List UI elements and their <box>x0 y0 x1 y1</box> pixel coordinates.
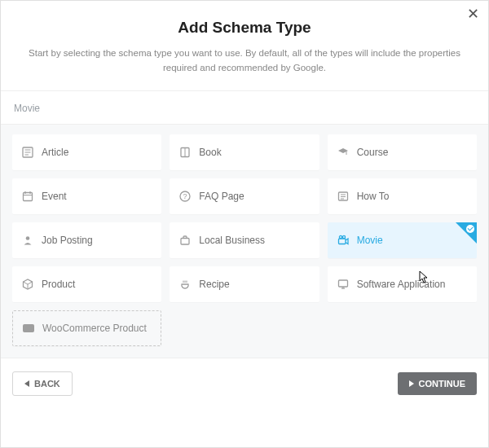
page-title: Add Schema Type <box>29 19 460 37</box>
schema-card-label: Software Application <box>357 279 446 290</box>
modal-footer: BACK CONTINUE <box>1 358 488 409</box>
back-button-label: BACK <box>34 379 60 389</box>
product-icon <box>22 279 33 290</box>
arrow-left-icon <box>24 380 29 387</box>
book-icon <box>179 147 191 158</box>
recipe-icon <box>179 279 191 290</box>
schema-card-label: Course <box>357 147 389 158</box>
schema-card-label: Book <box>199 147 221 158</box>
course-icon <box>337 147 349 158</box>
schema-card-recipe[interactable]: Recipe <box>170 266 319 302</box>
page-subtitle: Start by selecting the schema type you w… <box>29 46 460 76</box>
svg-point-21 <box>342 235 345 238</box>
schema-card-label: How To <box>357 191 390 202</box>
modal-header: Add Schema Type Start by selecting the s… <box>1 1 488 90</box>
schema-card-article[interactable]: Article <box>12 134 161 170</box>
woo-icon <box>23 323 34 334</box>
schema-card-label: Recipe <box>199 279 229 290</box>
schema-card-faq-page[interactable]: ?FAQ Page <box>170 178 319 214</box>
svg-rect-25 <box>338 280 347 287</box>
schema-card-job-posting[interactable]: Job Posting <box>12 222 161 258</box>
svg-rect-19 <box>338 239 346 244</box>
faq-icon: ? <box>179 191 191 202</box>
add-schema-modal: ✕ Add Schema Type Start by selecting the… <box>0 0 489 448</box>
movie-icon <box>337 235 349 246</box>
continue-button-label: CONTINUE <box>419 379 465 389</box>
back-button[interactable]: BACK <box>12 371 73 396</box>
schema-card-event[interactable]: Event <box>12 178 161 214</box>
howto-icon <box>337 191 349 202</box>
close-icon[interactable]: ✕ <box>464 3 482 24</box>
search-value[interactable]: Movie <box>1 91 488 124</box>
schema-grid-wrap: ArticleBookCourseEvent?FAQ PageHow ToJob… <box>1 125 488 358</box>
check-icon <box>466 225 474 233</box>
schema-card-label: WooCommerce Product <box>42 323 147 334</box>
software-icon <box>337 279 349 290</box>
schema-card-movie[interactable]: Movie <box>328 222 477 258</box>
svg-point-17 <box>26 236 30 240</box>
business-icon <box>179 235 191 246</box>
schema-card-label: Article <box>42 147 68 158</box>
article-icon <box>22 147 33 158</box>
schema-card-label: Movie <box>357 235 383 246</box>
schema-card-software-application[interactable]: Software Application <box>328 266 477 302</box>
svg-text:?: ? <box>183 192 187 200</box>
job-icon <box>22 235 33 246</box>
schema-card-label: FAQ Page <box>199 191 244 202</box>
svg-rect-28 <box>23 324 34 332</box>
schema-card-local-business[interactable]: Local Business <box>170 222 319 258</box>
svg-rect-18 <box>181 238 189 244</box>
arrow-right-icon <box>409 380 414 387</box>
schema-card-course[interactable]: Course <box>328 134 477 170</box>
schema-card-product[interactable]: Product <box>12 266 161 302</box>
selected-corner <box>456 222 477 244</box>
schema-card-label: Local Business <box>199 235 265 246</box>
schema-card-label: Job Posting <box>42 235 93 246</box>
schema-card-label: Event <box>42 191 67 202</box>
schema-card-woocommerce-product[interactable]: WooCommerce Product <box>12 310 161 346</box>
schema-card-label: Product <box>42 279 75 290</box>
continue-button[interactable]: CONTINUE <box>398 372 477 395</box>
event-icon <box>22 191 33 202</box>
schema-card-book[interactable]: Book <box>170 134 319 170</box>
schema-card-how-to[interactable]: How To <box>328 178 477 214</box>
schema-grid: ArticleBookCourseEvent?FAQ PageHow ToJob… <box>12 134 477 346</box>
svg-rect-7 <box>24 192 33 200</box>
svg-point-20 <box>339 235 341 238</box>
